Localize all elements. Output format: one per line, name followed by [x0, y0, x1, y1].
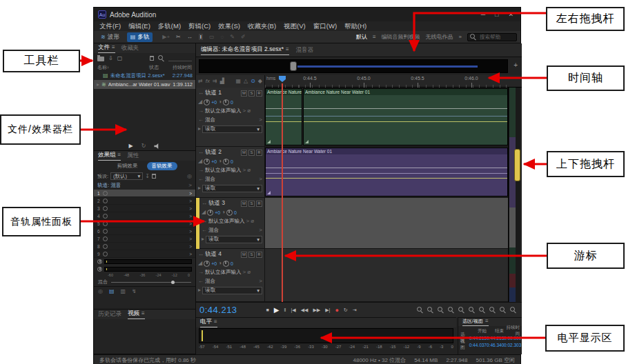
- brush-tool-button[interactable]: ✐: [241, 34, 246, 40]
- tab-history[interactable]: 历史记录: [98, 310, 121, 318]
- track-name[interactable]: 轨道 3: [208, 199, 225, 208]
- workspace-menu-icon[interactable]: ≡: [373, 34, 376, 40]
- auto-scroll-icon[interactable]: ⇄: [198, 79, 203, 84]
- effect-slot[interactable]: 9>: [94, 250, 195, 258]
- volume-value[interactable]: +0: [211, 159, 217, 164]
- panel-menu-icon[interactable]: ≡: [286, 47, 289, 52]
- fx-rack-icon[interactable]: fx: [206, 79, 210, 84]
- tab-favorites[interactable]: 收藏夹: [121, 44, 139, 52]
- zoom-in-amplitude-button[interactable]: [458, 307, 464, 313]
- zoom-out-button[interactable]: [427, 307, 433, 313]
- navigator-track[interactable]: [199, 59, 508, 73]
- volume-value[interactable]: +0: [211, 261, 217, 266]
- automation-expander-icon[interactable]: ▸: [198, 185, 201, 191]
- slot-power-icon[interactable]: [103, 252, 108, 256]
- solo-button[interactable]: S: [248, 201, 255, 207]
- panel-menu-icon[interactable]: ≡: [485, 318, 489, 324]
- slot-power-icon[interactable]: [103, 191, 108, 196]
- slot-power-icon[interactable]: [103, 206, 108, 211]
- go-to-end-button[interactable]: ▶|: [325, 307, 330, 313]
- automation-mode-select[interactable]: 读取 ▾: [202, 287, 262, 294]
- track-input-select[interactable]: 默认立体声输入: [205, 108, 242, 114]
- audio-clip[interactable]: Ambiance Nature New...: [265, 88, 302, 145]
- track-output-select[interactable]: 混合: [208, 227, 219, 234]
- zoom-selection-outpoint-button[interactable]: [500, 307, 506, 313]
- track-output-select[interactable]: 混合: [205, 278, 215, 285]
- skip-selection-button[interactable]: ⇥: [353, 307, 357, 313]
- input-gain-knob[interactable]: [97, 259, 102, 264]
- slot-power-icon[interactable]: [103, 236, 108, 241]
- workspace-radio-tab[interactable]: 无线电作品: [426, 33, 453, 41]
- mix-slider[interactable]: [111, 282, 191, 283]
- zoom-selection-button[interactable]: [479, 307, 485, 313]
- pencil-tool-button[interactable]: ✎: [230, 34, 235, 40]
- panel-menu-icon[interactable]: ≡: [141, 311, 145, 316]
- zoom-selection-inpoint-button[interactable]: [489, 307, 496, 313]
- clip-gain-icon[interactable]: [305, 140, 309, 143]
- track-output-select[interactable]: 混合: [205, 176, 215, 183]
- tab-effects-rack[interactable]: 效果组 ≡: [98, 151, 121, 161]
- files-search-input[interactable]: [168, 55, 192, 61]
- file-row-session[interactable]: ▤ 未命名混音项目 2.sesx* 2:27.948: [94, 71, 195, 80]
- menu-file[interactable]: 文件(F): [99, 22, 121, 31]
- loop-playback-button[interactable]: ↻: [344, 307, 348, 313]
- rack-list-icon[interactable]: ▤: [109, 288, 115, 294]
- pan-knob[interactable]: [226, 210, 233, 216]
- effect-slot[interactable]: 5>: [94, 220, 195, 228]
- clip-gain-icon[interactable]: [267, 140, 271, 143]
- workspace-edit-av-tab[interactable]: 编辑音频到视频: [382, 33, 420, 41]
- minimize-button[interactable]: ─: [481, 11, 485, 18]
- timeline-settings-icon[interactable]: ◆: [258, 79, 262, 84]
- slot-power-icon[interactable]: [103, 199, 108, 203]
- zoom-full-button[interactable]: [510, 307, 516, 313]
- time-display[interactable]: 0:44.213: [199, 305, 237, 315]
- open-file-icon[interactable]: [97, 57, 104, 61]
- panel-menu-icon[interactable]: ≡: [112, 45, 115, 50]
- effect-slot[interactable]: 1>: [94, 190, 195, 197]
- pause-button[interactable]: ‖: [284, 307, 286, 312]
- add-marker-icon[interactable]: ▦: [235, 79, 241, 84]
- playhead-cursor-line[interactable]: [282, 83, 283, 302]
- delete-preset-icon[interactable]: [152, 174, 156, 179]
- multitrack-view-button[interactable]: ▤ 多轨: [127, 32, 153, 42]
- stop-button[interactable]: ■: [266, 307, 269, 312]
- panel-menu-icon[interactable]: ≡: [214, 319, 217, 325]
- effect-slot[interactable]: 2>: [94, 197, 195, 205]
- tab-mixer[interactable]: 混音器: [296, 46, 314, 54]
- pan-value[interactable]: 0: [231, 261, 233, 266]
- rack-power-icon[interactable]: ◎: [187, 174, 192, 179]
- zoom-out-amplitude-button[interactable]: [469, 307, 475, 313]
- new-item-icon[interactable]: ▢: [117, 56, 123, 61]
- slip-tool-button[interactable]: ↔: [187, 34, 193, 40]
- track-name[interactable]: 轨道 1: [205, 89, 222, 97]
- io-toggle-icon[interactable]: ▥: [121, 288, 126, 294]
- volume-knob[interactable]: [204, 99, 210, 105]
- volume-knob[interactable]: [204, 159, 210, 165]
- volume-knob[interactable]: [204, 261, 210, 267]
- automation-mode-select[interactable]: 读取 ▾: [206, 236, 262, 243]
- pan-knob[interactable]: [223, 99, 229, 105]
- volume-value[interactable]: +0: [215, 210, 220, 215]
- automation-expander-icon[interactable]: ▸: [198, 287, 201, 293]
- track-input-select[interactable]: 默认立体声输入: [208, 218, 245, 225]
- routing-icon[interactable]: ⇉: [213, 79, 217, 84]
- zoom-in-time-button[interactable]: [438, 307, 444, 313]
- tab-editor[interactable]: 编辑器: 未命名混音项目 2.sesx* ≡: [201, 46, 289, 55]
- pan-value[interactable]: 0: [231, 100, 233, 105]
- solo-button[interactable]: S: [248, 90, 255, 97]
- arm-button[interactable]: R: [256, 252, 262, 258]
- effect-slot[interactable]: 7>: [94, 235, 195, 243]
- play-button[interactable]: ▶: [274, 306, 280, 314]
- workspace-overflow-button[interactable]: »: [459, 34, 462, 40]
- rewind-button[interactable]: ◀◀: [301, 307, 309, 313]
- automation-mode-select[interactable]: 读取 ▾: [202, 125, 262, 133]
- menu-favorites[interactable]: 收藏夹(B): [248, 22, 276, 31]
- volume-value[interactable]: +0: [211, 100, 217, 105]
- zoom-in-button[interactable]: [417, 307, 423, 313]
- track-collapse-icon[interactable]: ↔: [198, 252, 204, 257]
- panel-menu-icon[interactable]: ≡: [118, 152, 121, 158]
- track-collapse-icon[interactable]: ↔: [202, 201, 207, 206]
- track-3-content[interactable]: [265, 198, 508, 249]
- tab-video[interactable]: 视频 ≡: [128, 310, 145, 319]
- help-search-box[interactable]: [467, 33, 517, 41]
